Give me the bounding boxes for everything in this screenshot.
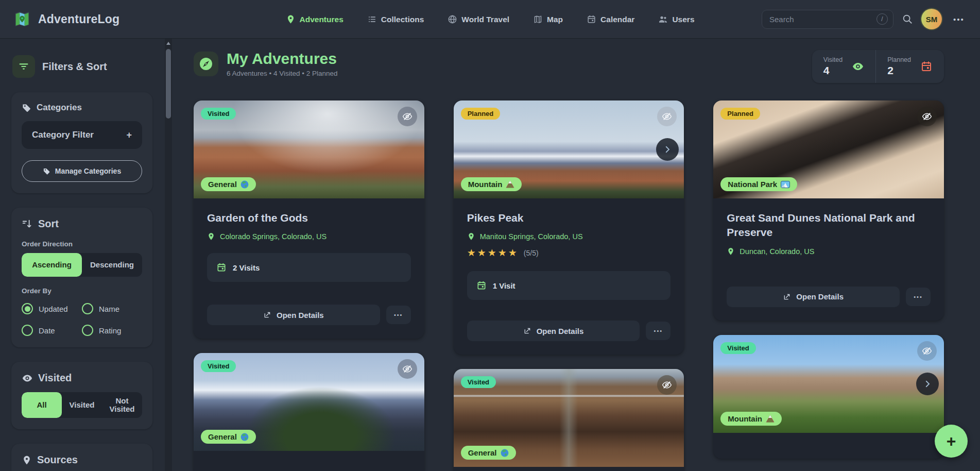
eye-icon <box>852 60 864 73</box>
radio-rating[interactable]: Rating <box>82 325 142 336</box>
radio-icon <box>82 325 93 336</box>
card-location: Manitou Springs, Colorado, US <box>467 232 671 241</box>
globe-americas-emoji <box>240 433 249 441</box>
categories-heading: Categories <box>22 103 142 113</box>
sidebar-title: Filters & Sort <box>42 61 107 73</box>
card-photo[interactable]: Visited General <box>194 353 424 451</box>
visited-section: Visited All Visited Not Visited <box>11 362 152 429</box>
visits-box: 1 Visit <box>467 271 671 300</box>
open-details-button[interactable]: Open Details <box>467 321 640 341</box>
category-badge: General <box>461 446 516 460</box>
card-title: Great Sand Dunes National Park and Prese… <box>727 211 931 240</box>
search-icon[interactable] <box>902 13 913 25</box>
card-more-icon[interactable]: ••• <box>646 322 670 340</box>
page-title: My Adventures <box>227 50 338 68</box>
location-text: Colorado Springs, Colorado, US <box>220 232 326 241</box>
direction-ascending[interactable]: Ascending <box>22 253 82 277</box>
eye-slash-icon[interactable] <box>657 375 677 395</box>
national-park-emoji <box>781 181 790 188</box>
visited-not-visited[interactable]: Not Visited <box>102 392 142 418</box>
filter-icon <box>12 55 35 78</box>
nav-item-world-travel[interactable]: World Travel <box>448 14 509 24</box>
manage-categories-button[interactable]: Manage Categories <box>22 160 142 182</box>
categories-heading-label: Categories <box>37 103 82 113</box>
sidebar-scrollbar[interactable] <box>165 39 172 471</box>
globe-icon <box>448 14 457 24</box>
card-location: Duncan, Colorado, US <box>727 247 931 256</box>
radio-updated[interactable]: Updated <box>22 303 82 314</box>
nav-label: Collections <box>381 15 424 24</box>
expand-plus-icon: + <box>126 130 132 141</box>
radio-date[interactable]: Date <box>22 325 82 336</box>
eye-slash-icon[interactable] <box>917 107 937 126</box>
category-filter-collapse[interactable]: Category Filter + <box>22 121 142 149</box>
chevron-right-icon[interactable] <box>916 373 939 395</box>
card-photo[interactable]: Planned National Park <box>713 100 944 198</box>
direction-descending[interactable]: Descending <box>82 253 142 277</box>
eye-slash-icon[interactable] <box>917 341 937 361</box>
chevron-right-icon[interactable] <box>656 138 679 161</box>
main-navigation: Adventures Collections World Travel Map … <box>285 0 694 39</box>
radio-label: Name <box>99 305 119 313</box>
category-badge: Mountain <box>461 177 522 191</box>
nav-item-adventures[interactable]: Adventures <box>285 14 343 24</box>
add-adventure-button[interactable]: + <box>935 425 968 458</box>
eye-slash-icon[interactable] <box>398 107 417 126</box>
nav-item-map[interactable]: Map <box>533 14 563 24</box>
nav-item-collections[interactable]: Collections <box>367 14 424 24</box>
nav-label: Calendar <box>600 15 634 24</box>
adventure-card-6: Visited Mountain <box>713 335 944 459</box>
nav-item-users[interactable]: Users <box>658 14 694 24</box>
category-label: General <box>468 448 497 457</box>
category-badge: General <box>201 430 256 444</box>
open-details-button[interactable]: Open Details <box>207 305 380 325</box>
search-input[interactable] <box>769 15 876 24</box>
eye-slash-icon[interactable] <box>657 107 677 126</box>
status-badge: Visited <box>720 342 755 354</box>
scrollbar-up-arrow[interactable] <box>166 42 170 45</box>
location-text: Manitou Springs, Colorado, US <box>480 232 583 241</box>
visited-all[interactable]: All <box>22 392 62 418</box>
adventure-card-great-sand-dunes: Planned National Park Great Sand Dunes N… <box>713 100 944 321</box>
calendar-icon <box>587 14 596 24</box>
tag-icon <box>22 103 31 113</box>
mountain-emoji <box>506 180 514 188</box>
users-icon <box>658 14 668 24</box>
eye-slash-icon[interactable] <box>398 359 417 379</box>
filters-header: Filters & Sort <box>12 55 152 78</box>
map-pin-icon <box>207 232 215 241</box>
nav-item-calendar[interactable]: Calendar <box>587 14 634 24</box>
search-box[interactable]: / <box>762 10 893 29</box>
brand[interactable]: AdventureLog <box>12 9 119 29</box>
card-more-icon[interactable]: ••• <box>906 288 931 306</box>
overflow-menu-icon[interactable]: ••• <box>950 11 968 27</box>
visited-heading-label: Visited <box>38 372 72 384</box>
external-link-icon <box>523 327 531 335</box>
category-badge: Mountain <box>720 412 782 426</box>
card-photo[interactable]: Visited Mountain <box>713 335 944 433</box>
stats-box: Visited 4 Planned 2 <box>812 50 944 83</box>
filters-sidebar: Filters & Sort Categories Category Filte… <box>0 39 165 471</box>
card-photo[interactable]: Visited General <box>194 100 424 198</box>
open-details-button[interactable]: Open Details <box>727 287 900 307</box>
open-details-label: Open Details <box>796 292 844 301</box>
radio-label: Date <box>39 326 55 335</box>
user-avatar[interactable]: SM <box>921 9 942 29</box>
card-more-icon[interactable]: ••• <box>386 306 411 324</box>
status-badge: Visited <box>201 108 236 120</box>
visited-visited[interactable]: Visited <box>62 392 102 418</box>
category-badge: National Park <box>720 177 797 191</box>
category-label: Mountain <box>468 180 503 189</box>
nav-label: Adventures <box>299 15 343 24</box>
adventure-card-garden-of-the-gods: Visited General Garden of the Gods <box>194 100 424 339</box>
scrollbar-thumb[interactable] <box>166 49 171 119</box>
card-photo[interactable]: Visited General <box>454 369 684 467</box>
adventure-card-4: Visited General <box>194 353 424 471</box>
main-content: My Adventures 6 Adventures • 4 Visited •… <box>172 39 980 471</box>
card-photo[interactable]: Planned Mountain <box>454 100 684 198</box>
adventure-grid: Visited General Garden of the Gods <box>194 100 944 471</box>
radio-name[interactable]: Name <box>82 303 142 314</box>
calendar-icon <box>216 262 227 273</box>
card-location: Colorado Springs, Colorado, US <box>207 232 411 241</box>
radio-icon <box>82 303 93 314</box>
